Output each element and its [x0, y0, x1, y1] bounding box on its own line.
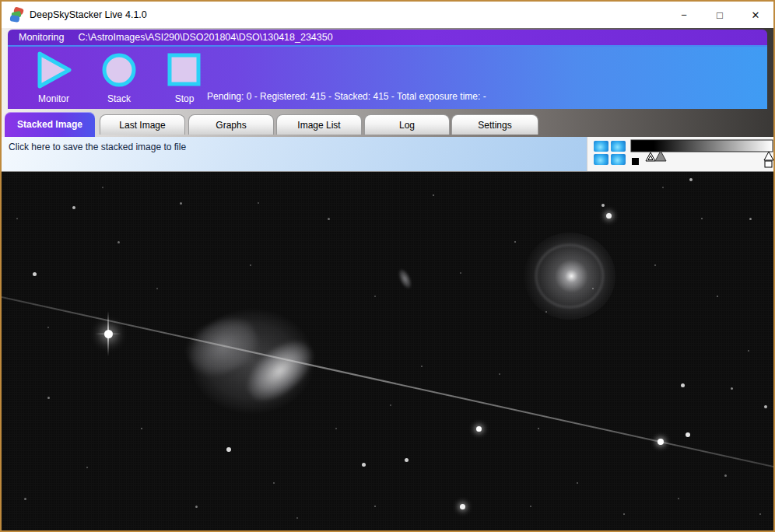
toolbar: MonitorStackStop Pending: 0 - Registered…	[8, 47, 767, 109]
star	[47, 327, 49, 328]
small-edge-on-galaxy	[395, 267, 413, 290]
tab-image-list[interactable]: Image List	[276, 114, 362, 135]
tab-settings[interactable]: Settings	[451, 114, 538, 135]
levels-gradient-bar[interactable]	[631, 140, 773, 152]
stop-label: Stop	[175, 93, 195, 104]
star	[104, 330, 113, 338]
star	[658, 439, 664, 445]
tab-strip: Stacked ImageLast ImageGraphsImage ListL…	[2, 112, 773, 137]
star	[72, 206, 75, 209]
tab-last-image[interactable]: Last Image	[100, 114, 185, 135]
app-icon	[9, 7, 24, 23]
star	[117, 241, 120, 243]
tab-log[interactable]: Log	[364, 114, 450, 135]
star	[180, 202, 182, 205]
large-irregular-galaxy	[167, 289, 338, 433]
stack-label: Stack	[107, 93, 131, 104]
levels-adjustment-control	[629, 138, 775, 171]
star	[33, 272, 37, 276]
stack-button[interactable]: Stack	[95, 50, 143, 104]
square-icon	[165, 50, 204, 90]
star	[764, 405, 767, 408]
star	[499, 373, 500, 375]
maximize-button[interactable]: □	[702, 2, 738, 28]
star	[141, 428, 143, 430]
star	[102, 187, 103, 188]
star	[273, 482, 275, 485]
star	[749, 218, 752, 220]
star	[606, 213, 612, 219]
diffraction-spike	[95, 333, 121, 334]
star	[701, 218, 703, 220]
star	[47, 397, 50, 399]
window-title: DeepSkyStacker Live 4.1.0	[30, 9, 147, 20]
star	[686, 432, 690, 437]
star	[296, 517, 298, 519]
display-controls-panel	[587, 137, 773, 171]
star	[678, 498, 680, 500]
monitored-folder-path: C:\AstroImages\ASI290\DSO201804\DSO\1304…	[78, 32, 332, 43]
star	[623, 513, 626, 516]
star	[460, 504, 465, 509]
star	[421, 366, 423, 368]
star	[390, 404, 391, 406]
star	[258, 202, 259, 204]
close-button[interactable]: ✕	[738, 2, 773, 28]
star	[16, 218, 18, 219]
star	[759, 513, 762, 516]
star	[374, 506, 377, 508]
star	[530, 506, 531, 507]
white-point-marker[interactable]	[764, 152, 773, 160]
header-band: Monitoring C:\AstroImages\ASI290\DSO2018…	[2, 28, 773, 137]
stop-button[interactable]: Stop	[160, 50, 209, 104]
white-point-handle[interactable]	[765, 161, 772, 167]
star	[226, 447, 231, 452]
star	[731, 387, 733, 390]
star	[681, 383, 685, 387]
stacking-status-text: Pending: 0 - Registered: 415 - Stacked: …	[207, 91, 486, 102]
grid-pane	[611, 154, 626, 165]
star	[328, 218, 330, 220]
tab-graphs[interactable]: Graphs	[188, 114, 274, 135]
midtone-marker[interactable]	[655, 151, 666, 161]
save-stacked-image-link[interactable]: Click here to save the stacked image to …	[2, 137, 587, 171]
star	[577, 482, 579, 485]
star	[748, 350, 750, 352]
circle-icon	[100, 50, 139, 90]
four-panel-view-icon[interactable]	[594, 141, 626, 166]
star	[195, 506, 198, 508]
minimize-button[interactable]: −	[666, 2, 702, 28]
star	[405, 458, 409, 462]
star	[24, 498, 26, 500]
star	[374, 296, 376, 297]
star	[689, 178, 693, 181]
star	[335, 428, 337, 429]
star	[538, 428, 540, 430]
black-level-swatch	[632, 158, 639, 165]
star	[86, 467, 89, 469]
stacked-image-view[interactable]	[2, 171, 773, 530]
star	[601, 204, 605, 207]
tab-stacked-image[interactable]: Stacked Image	[5, 112, 95, 137]
triangle-icon	[33, 50, 74, 90]
window-controls: − □ ✕	[666, 2, 773, 28]
star	[460, 272, 461, 274]
monitoring-bar: Monitoring C:\AstroImages\ASI290\DSO2018…	[8, 30, 767, 47]
star	[476, 426, 482, 432]
app-window: DeepSkyStacker Live 4.1.0 − □ ✕ Monitori…	[0, 0, 775, 532]
star	[362, 463, 366, 467]
info-bar: Click here to save the stacked image to …	[2, 137, 773, 171]
grid-pane	[594, 154, 608, 165]
star	[662, 187, 664, 188]
monitor-label: Monitor	[38, 93, 69, 104]
monitor-button[interactable]: Monitor	[30, 50, 78, 104]
star	[250, 264, 251, 266]
title-bar: DeepSkyStacker Live 4.1.0 − □ ✕	[2, 2, 773, 28]
star	[433, 194, 435, 197]
star	[724, 474, 727, 477]
spiral-galaxy	[524, 233, 615, 320]
star	[514, 241, 517, 243]
grid-pane	[611, 141, 626, 152]
grid-pane	[594, 141, 608, 152]
star	[156, 288, 158, 289]
